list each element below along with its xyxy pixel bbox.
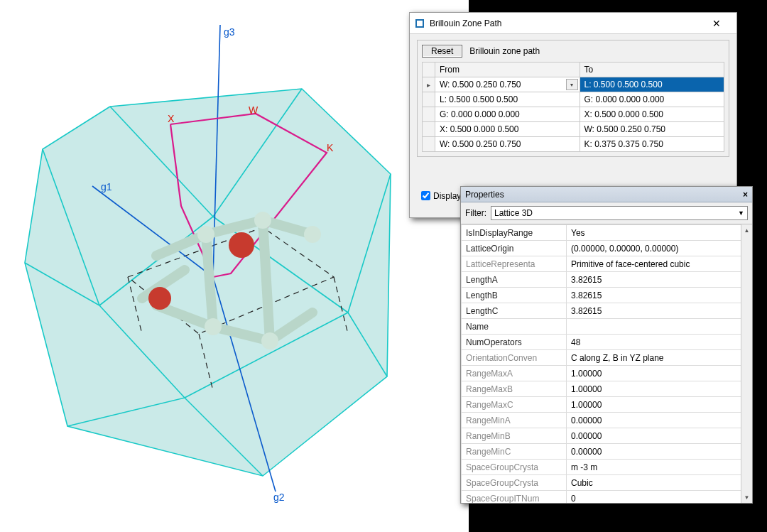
property-row[interactable]: RangeMinA0.00000 [462,413,752,428]
svg-line-11 [206,234,213,327]
svg-point-14 [148,287,171,310]
property-row[interactable]: NumOperators48 [462,335,752,350]
chevron-down-icon[interactable]: ▾ [566,79,578,90]
table-row[interactable]: W: 0.500 0.250 0.750K: 0.375 0.375 0.750 [423,137,724,152]
chevron-down-icon: ▼ [738,210,744,217]
filter-label: Filter: [465,208,486,218]
path-label-k: K [327,142,334,153]
table-row[interactable]: X: 0.500 0.000 0.500W: 0.500 0.250 0.750 [423,122,724,137]
property-row[interactable]: RangeMaxB1.00000 [462,381,752,397]
scrollbar[interactable]: ▲ ▼ [741,224,752,503]
property-value[interactable]: 3.82615 [567,303,752,319]
axis-label-g2: g2 [273,492,285,503]
property-key: LatticeOrigin [462,241,567,256]
bz-group-label: Brillouin zone path [469,46,540,56]
properties-dialog: Properties × Filter: Lattice 3D ▼ IsInDi… [460,186,753,504]
property-row[interactable]: LatticeOrigin(0.00000, 0.00000, 0.00000) [462,241,752,256]
property-key: NumOperators [462,335,567,350]
brillouin-scene-svg: g3 g2 g1 W X K [0,0,469,532]
property-value[interactable]: 0.00000 [567,413,752,428]
close-icon[interactable]: × [743,190,748,200]
row-header[interactable] [423,137,435,152]
property-key: RangeMinC [462,444,567,460]
property-value[interactable]: (0.00000, 0.00000, 0.00000) [567,241,752,256]
property-row[interactable]: LengthC3.82615 [462,303,752,319]
from-cell[interactable]: W: 0.500 0.250 0.750 [435,137,580,152]
property-value[interactable] [567,319,752,335]
property-value[interactable]: 0 [567,491,752,504]
property-value[interactable]: 48 [567,335,752,350]
properties-titlebar[interactable]: Properties × [461,187,752,202]
from-cell[interactable]: G: 0.000 0.000 0.000 [435,107,580,122]
svg-point-13 [229,232,254,258]
property-row[interactable]: OrientationConvenC along Z, B in YZ plan… [462,350,752,366]
table-row[interactable]: G: 0.000 0.000 0.000X: 0.500 0.000 0.500 [423,107,724,122]
row-header[interactable]: ▸ [423,77,435,92]
property-row[interactable]: LengthB3.82615 [462,288,752,303]
property-value[interactable]: 1.00000 [567,366,752,381]
property-row[interactable]: RangeMinB0.00000 [462,428,752,444]
display-check-input[interactable] [421,191,430,200]
from-cell[interactable]: X: 0.500 0.000 0.500 [435,122,580,137]
property-value[interactable]: 1.00000 [567,397,752,413]
svg-point-15 [197,226,214,243]
property-key: SpaceGroupITNum [462,491,567,504]
scroll-up-icon[interactable]: ▲ [741,224,752,236]
col-from[interactable]: From [435,63,580,77]
property-row[interactable]: SpaceGroupITNum0 [462,491,752,504]
svg-point-19 [304,226,321,243]
property-row[interactable]: LatticeRepresentaPrimitive of face-cente… [462,256,752,272]
property-value[interactable]: 3.82615 [567,288,752,303]
property-value[interactable]: m -3 m [567,460,752,475]
svg-point-16 [254,212,271,229]
property-value[interactable]: Primitive of face-centered cubic [567,256,752,272]
svg-line-12 [263,220,270,341]
property-row[interactable]: RangeMaxA1.00000 [462,366,752,381]
from-cell[interactable]: L: 0.500 0.500 0.500 [435,92,580,107]
property-row[interactable]: IsInDisplayRangeYes [462,225,752,241]
property-row[interactable]: RangeMinC0.00000 [462,444,752,460]
properties-grid[interactable]: IsInDisplayRangeYesLatticeOrigin(0.00000… [461,224,752,503]
to-cell[interactable]: G: 0.000 0.000 0.000 [580,92,724,107]
filter-value: Lattice 3D [494,208,738,218]
property-key: OrientationConven [462,350,567,366]
to-cell[interactable]: X: 0.500 0.000 0.500 [580,107,724,122]
property-value[interactable]: 0.00000 [567,444,752,460]
row-header[interactable] [423,122,435,137]
bz-path-table[interactable]: From To ▸W: 0.500 0.250 0.750▾L: 0.500 0… [422,62,724,152]
reset-button[interactable]: Reset [422,45,462,58]
to-cell[interactable]: K: 0.375 0.375 0.750 [580,137,724,152]
property-value[interactable]: 3.82615 [567,272,752,288]
property-value[interactable]: C along Z, B in YZ plane [567,350,752,366]
close-icon[interactable]: ✕ [701,18,732,29]
display-checkbox[interactable]: Display [421,191,461,201]
property-row[interactable]: SpaceGroupCrystam -3 m [462,460,752,475]
row-header[interactable] [423,92,435,107]
col-to[interactable]: To [580,63,724,77]
path-label-w: W [249,104,259,116]
svg-rect-21 [417,21,423,26]
display-label: Display [433,191,461,201]
brillouin-3d-viewport[interactable]: g3 g2 g1 W X K [0,0,469,532]
property-row[interactable]: LengthA3.82615 [462,272,752,288]
table-row[interactable]: ▸W: 0.500 0.250 0.750▾L: 0.500 0.500 0.5… [423,77,724,92]
property-row[interactable]: SpaceGroupCrystaCubic [462,475,752,491]
row-header[interactable] [423,107,435,122]
property-value[interactable]: Yes [567,225,752,241]
to-cell[interactable]: W: 0.500 0.250 0.750 [580,122,724,137]
bz-titlebar[interactable]: Brillouin Zone Path ✕ [410,13,736,34]
table-row[interactable]: L: 0.500 0.500 0.500G: 0.000 0.000 0.000 [423,92,724,107]
property-row[interactable]: RangeMaxC1.00000 [462,397,752,413]
property-row[interactable]: Name [462,319,752,335]
filter-combo[interactable]: Lattice 3D ▼ [491,206,748,220]
property-key: LengthA [462,272,567,288]
property-value[interactable]: 0.00000 [567,428,752,444]
property-value[interactable]: Cubic [567,475,752,491]
property-value[interactable]: 1.00000 [567,381,752,397]
path-label-x: X [168,113,175,124]
property-key: RangeMaxC [462,397,567,413]
table-corner [423,63,435,77]
to-cell[interactable]: L: 0.500 0.500 0.500 [580,77,724,92]
from-cell[interactable]: W: 0.500 0.250 0.750▾ [435,77,580,92]
scroll-down-icon[interactable]: ▼ [741,492,752,503]
